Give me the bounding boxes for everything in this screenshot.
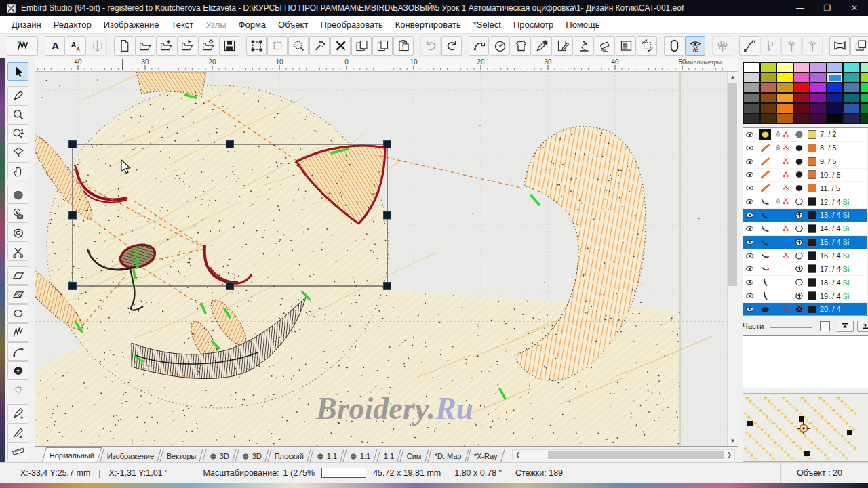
palette-swatch-r3c8[interactable] [861,83,868,92]
redo-button[interactable] [441,36,462,56]
view-tab-11[interactable]: *D. Map [427,449,469,462]
view-tab-6[interactable]: Плоский [267,449,311,462]
palette-swatch-r3c7[interactable] [844,83,859,92]
palette-swatch-r5c8[interactable] [861,104,868,113]
text-button[interactable]: A [45,36,65,56]
palette-swatch-r2c2[interactable] [761,73,776,82]
scroll-up-arrow-icon[interactable]: ▲ [728,72,738,82]
palette-swatch-r4c1[interactable] [744,94,760,102]
menu-4[interactable]: Текст [165,20,200,30]
text-small-button[interactable]: AA [66,36,86,56]
visibility-eye-icon[interactable] [743,184,755,192]
cascade-button[interactable] [850,36,868,56]
design-canvas[interactable]: Broidery.Ru [35,72,727,446]
folder-tools-button[interactable] [198,36,218,56]
folder-add-button[interactable] [156,36,176,56]
canvas-horizontal-scrollbar[interactable]: ❮ ❯ [512,449,735,460]
layer-row-14[interactable]: 14. / 4Si [743,222,867,236]
layer-row-20[interactable]: 20. / 4 [743,303,867,315]
layer-color-swatch[interactable] [808,251,816,260]
layer-color-swatch[interactable] [808,238,816,247]
delete-x-button[interactable] [330,36,351,56]
scroll-left-arrow-icon[interactable]: ❮ [513,450,523,460]
visibility-eye-icon[interactable] [743,278,755,287]
visibility-eye-icon[interactable] [743,211,755,220]
palette-swatch-r1c5[interactable] [810,63,826,72]
tool-stripe-fill-button[interactable] [7,285,28,304]
palette-swatch-r5c1[interactable] [744,104,760,113]
scroll-right-arrow-icon[interactable]: ❯ [724,450,734,460]
layer-color-swatch[interactable] [808,264,816,273]
new-file-button[interactable] [114,36,134,56]
palette-swatch-r6c1[interactable] [744,114,760,123]
visibility-eye-icon[interactable] [743,264,755,273]
view-tab-10[interactable]: Сим [399,449,429,462]
layer-color-swatch[interactable] [808,211,816,220]
palette-swatch-r5c5[interactable] [810,104,826,113]
layer-color-swatch[interactable] [808,157,816,166]
layer-color-swatch[interactable] [808,278,816,287]
layer-color-swatch[interactable] [808,305,816,314]
palette-swatch-r4c8[interactable] [861,94,868,102]
layer-row-10[interactable]: 10. / 5 [743,169,867,182]
folder-import-button[interactable] [177,36,197,56]
tshirt-button[interactable] [511,36,531,56]
palette-swatch-r5c4[interactable] [794,104,810,113]
layer-color-swatch[interactable] [808,144,816,152]
palette-swatch-r6c8[interactable] [861,114,868,123]
palette-swatch-r6c7[interactable] [844,114,859,123]
visibility-eye-icon[interactable] [743,130,755,139]
menu-7[interactable]: Объект [272,20,314,30]
palette-swatch-r3c1[interactable] [744,83,760,92]
node-curve-button[interactable] [469,36,489,56]
palette-swatch-r6c5[interactable] [810,114,826,123]
layer-row-13[interactable]: 13. / 4Si [743,209,867,222]
menu-6[interactable]: Форма [233,20,273,30]
palette-swatch-r6c4[interactable] [794,114,810,123]
vertical-scroll-thumb[interactable] [728,83,737,286]
palette-swatch-r6c3[interactable] [777,114,793,123]
palette-swatch-r3c6[interactable] [827,83,843,92]
visibility-eye-icon[interactable] [743,291,755,300]
view-tab-2[interactable]: Изображение [100,449,161,462]
layer-color-swatch[interactable] [808,197,816,206]
tool-curve-button[interactable] [7,342,28,361]
palette-swatch-r2c8[interactable] [861,73,868,82]
page-edit-button[interactable] [553,36,573,56]
palette-swatch-r1c6[interactable] [827,63,843,72]
tool-shape-cut-button[interactable] [7,243,28,261]
selection-frame-button[interactable] [246,36,267,56]
palette-swatch-r5c2[interactable] [761,104,776,113]
tool-select-button[interactable] [7,62,28,81]
palette-swatch-r3c3[interactable] [777,83,793,92]
layer-row-17[interactable]: 17. / 4Si [743,262,867,276]
curve-nodes-button[interactable] [739,36,760,56]
scissors-eye-button[interactable] [685,36,705,56]
copy-button[interactable] [372,36,393,56]
tool-photo-stitch-button[interactable]: S [7,205,28,223]
tool-zoom-1-button[interactable]: 1 [7,124,28,142]
eraser-button[interactable] [595,36,615,56]
visibility-eye-icon[interactable] [743,251,755,260]
gauge-button[interactable] [490,36,510,56]
tool-parallelogram-button[interactable] [7,266,28,285]
visibility-eye-icon[interactable] [743,170,755,179]
parts-list-box[interactable] [743,336,868,388]
paste-button[interactable] [393,36,414,56]
menu-1[interactable]: Дизайн [5,20,47,30]
rotate-selection-button[interactable] [637,36,657,56]
layer-color-swatch[interactable] [808,184,816,192]
tool-filled-shape-button[interactable] [7,186,28,204]
layer-row-8[interactable]: 8. / 5 [743,142,867,155]
menu-8[interactable]: Преобразовать [314,20,389,30]
layer-color-swatch[interactable] [808,224,816,233]
palette-swatch-r2c5[interactable] [810,73,826,82]
canvas-vertical-scrollbar[interactable]: ▲ ▼ [727,72,738,446]
microscope-button[interactable] [574,36,594,56]
horizontal-scroll-thumb[interactable] [548,451,724,459]
layer-row-19[interactable]: 19. / 4Si [743,289,867,303]
tool-shape-ring-button[interactable] [7,224,28,242]
menu-12[interactable]: Помощь [559,20,606,30]
palette-swatch-r5c7[interactable] [844,104,859,113]
open-folder-button[interactable] [135,36,155,56]
